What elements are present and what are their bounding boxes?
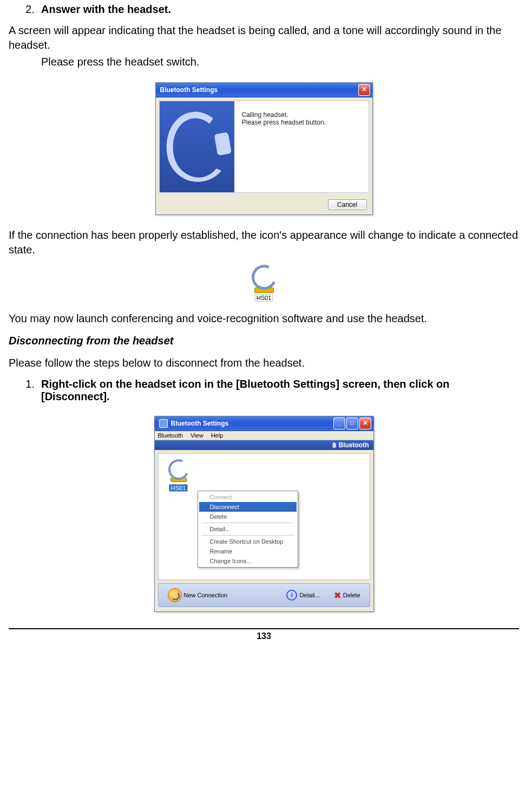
headset-swirl-icon [248,262,280,294]
delete-icon: ✖ [334,590,341,601]
step-1-title: Right-click on the headset icon in the [… [41,378,519,403]
maximize-icon[interactable]: □ [346,418,358,429]
device-list-area: HS01 Connect Disconnect Delete Detail...… [158,453,370,580]
device-hs01[interactable]: HS01 [164,459,193,492]
delete-button[interactable]: ✖ Delete [329,589,365,602]
bluetooth-glyph-icon: ฿ [332,441,337,449]
step-2-title: Answer with the headset. [41,3,519,16]
menu-help[interactable]: Help [211,432,224,439]
connected-headset-icon: HS01 [248,265,280,302]
dialog-msg-line2: Please press headset button. [242,119,363,126]
new-connection-icon [168,588,182,602]
menu-item-connect: Connect [199,492,297,502]
dialog-message: Calling headset. Please press headset bu… [234,101,369,192]
new-connection-button[interactable]: New Connection [163,587,233,603]
menu-item-disconnect[interactable]: Disconnect [199,502,297,512]
menubar: Bluetooth View Help [155,431,373,440]
paragraph-connection-established: If the connection has been properly esta… [9,228,519,257]
window-titlebar: Bluetooth Settings _ □ ✕ [155,416,373,431]
menu-item-rename[interactable]: Rename [199,546,297,556]
detail-label: Detail... [299,592,319,598]
step-2-number: 2. [9,3,41,16]
page-number: 133 [9,631,519,645]
minimize-icon[interactable]: _ [333,418,345,429]
section-heading-disconnect: Disconnecting from the headset [9,334,519,348]
info-icon: i [286,590,297,601]
action-bar: New Connection i Detail... ✖ Delete [158,583,370,607]
step-2-desc-line2: Please press the headset switch. [41,55,519,69]
headset-icon [160,107,233,187]
new-connection-label: New Connection [184,592,228,598]
app-icon [159,419,168,428]
cancel-button[interactable]: Cancel [328,199,367,210]
section-intro-disconnect: Please follow the steps below to disconn… [9,356,519,370]
window-bluetooth-settings: Bluetooth Settings _ □ ✕ Bluetooth View … [154,416,374,612]
step-2-desc-line1: A screen will appear indicating that the… [9,23,519,53]
detail-button[interactable]: i Detail... [281,589,324,602]
dialog-bluetooth-calling: Bluetooth Settings ✕ Calling headset. Pl… [155,82,373,215]
close-icon[interactable]: ✕ [358,84,370,96]
menu-separator [201,535,294,536]
menu-separator [201,523,294,523]
close-icon[interactable]: ✕ [359,418,371,429]
step-1-number: 1. [9,378,41,403]
menu-item-delete[interactable]: Delete [199,512,297,521]
window-title: Bluetooth Settings [171,420,333,427]
brand-bar: ฿ Bluetooth [155,440,373,450]
brand-label: Bluetooth [339,441,369,449]
context-menu: Connect Disconnect Delete Detail... Crea… [198,491,298,568]
dialog-msg-line1: Calling headset. [242,111,363,119]
device-label: HS01 [169,484,188,492]
dialog-titlebar: Bluetooth Settings ✕ [156,83,372,97]
headset-illustration [160,101,234,192]
paragraph-launch-software: You may now launch conferencing and voic… [9,311,519,326]
menu-bluetooth[interactable]: Bluetooth [158,432,183,439]
footer-rule [9,628,519,629]
menu-item-create-shortcut[interactable]: Create Shortcut on Desktop [199,537,297,546]
delete-label: Delete [343,592,360,598]
headset-swirl-icon [165,457,192,483]
connected-icon-label: HS01 [255,294,273,302]
dialog-title: Bluetooth Settings [160,86,358,94]
menu-item-change-icons[interactable]: Change Icons... [199,556,297,566]
menu-item-detail[interactable]: Detail... [199,524,297,534]
menu-view[interactable]: View [191,432,203,439]
